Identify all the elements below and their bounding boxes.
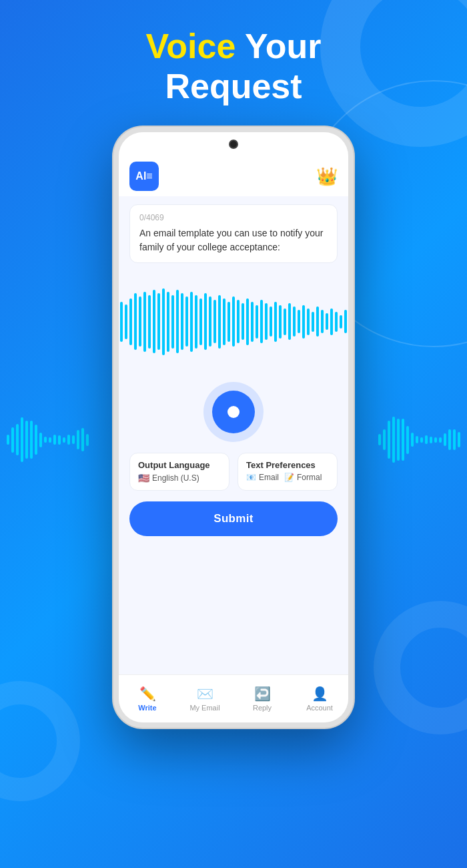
waveform-bar xyxy=(171,295,174,349)
waveform-bar xyxy=(265,303,268,340)
side-waveform-bar xyxy=(453,429,456,450)
nav-account[interactable]: 👤 Account xyxy=(291,675,348,722)
output-language-box[interactable]: Output Language 🇺🇸 English (U.S) xyxy=(129,453,229,491)
waveform-bar xyxy=(176,290,179,353)
waveform-area xyxy=(119,268,348,375)
side-waveform-bar xyxy=(406,426,409,454)
waveform-bar xyxy=(321,310,324,333)
waveform-bar xyxy=(223,298,225,345)
waveform-bar xyxy=(307,308,310,335)
waveform-bar xyxy=(199,298,202,345)
side-waveform-bar xyxy=(388,421,390,459)
camera-notch xyxy=(229,140,238,149)
waveform-bar xyxy=(227,302,230,342)
page-header: Voice YourRequest xyxy=(0,0,467,120)
side-waveform-bar xyxy=(49,437,51,443)
mic-button[interactable] xyxy=(212,391,255,433)
waveform-bar xyxy=(204,293,207,350)
side-waveform-bar xyxy=(416,436,418,443)
side-waveform-bar xyxy=(58,435,61,445)
output-language-value: 🇺🇸 English (U.S) xyxy=(138,473,221,483)
waveform-bar xyxy=(148,295,151,349)
page-title: Voice YourRequest xyxy=(0,27,467,107)
waveform-bar xyxy=(326,313,328,330)
waveform-bar xyxy=(279,305,282,339)
waveform-bar xyxy=(185,296,188,347)
side-waveform-bar xyxy=(11,427,14,453)
waveform-bar xyxy=(344,310,347,333)
waveform-bar xyxy=(167,292,169,352)
side-waveform-bar xyxy=(383,429,386,451)
app-content: 0/4069 An email template you can use to … xyxy=(119,196,348,674)
waveform-bar xyxy=(125,304,127,339)
waveform-bar xyxy=(302,305,305,339)
side-waveform-bar xyxy=(44,437,47,443)
email-icon: 📧 xyxy=(246,473,256,482)
submit-button[interactable]: Submit xyxy=(129,501,338,536)
side-waveform-bar xyxy=(81,428,84,451)
text-type: Email xyxy=(259,473,279,482)
side-waveform-bar xyxy=(53,435,56,445)
waveform-bar xyxy=(293,306,296,337)
prompt-text: An email template you can use to notify … xyxy=(139,226,328,254)
waveform-bar xyxy=(270,306,272,337)
waveform-bar xyxy=(335,312,338,332)
side-waveform-bar xyxy=(67,435,70,445)
phone-top-bar xyxy=(119,132,348,156)
text-preferences-label: Text Preferences xyxy=(246,460,329,470)
text-preferences-box[interactable]: Text Preferences 📧 Email 📝 Formal xyxy=(238,453,338,491)
nav-my-email[interactable]: ✉️ My Email xyxy=(176,675,234,722)
side-waveform-bar xyxy=(439,437,442,443)
side-waveform-bar xyxy=(39,433,42,447)
side-waveform-bar xyxy=(458,432,460,447)
phone-body: AI≡ 👑 0/4069 An email template you can u… xyxy=(113,127,354,728)
write-icon: ✏️ xyxy=(139,686,156,702)
waveform-bar xyxy=(153,290,155,353)
side-waveform-bar xyxy=(86,434,89,446)
language-text: English (U.S) xyxy=(152,473,199,483)
side-waveform-bar xyxy=(430,437,432,443)
voice-highlight: Voice xyxy=(146,27,236,65)
waveform-bar xyxy=(256,305,258,339)
waveform-bar xyxy=(288,303,291,340)
output-language-label: Output Language xyxy=(138,460,221,470)
mic-outer-ring xyxy=(203,382,264,442)
waveform-bar xyxy=(260,300,263,343)
side-waveform-bar xyxy=(35,425,37,455)
waveform-bar xyxy=(190,292,193,352)
side-waveform-bar xyxy=(72,435,75,444)
mic-dot xyxy=(227,406,240,418)
app-logo: AI≡ xyxy=(129,162,159,191)
waveform-bar xyxy=(120,302,123,342)
waveform-bar xyxy=(134,293,137,350)
side-waveform-bar xyxy=(411,433,414,447)
waveform-bar xyxy=(237,300,240,343)
waveform-bar xyxy=(209,296,211,347)
waveform-bar xyxy=(218,295,221,349)
waveform-bar xyxy=(340,315,342,329)
char-count: 0/4069 xyxy=(139,213,328,222)
waveform-bar xyxy=(162,288,165,355)
side-waveform-bar xyxy=(448,429,451,450)
my-email-label: My Email xyxy=(189,704,219,712)
waveform-bars xyxy=(119,282,348,362)
nav-write[interactable]: ✏️ Write xyxy=(119,675,176,722)
side-waveform-bar xyxy=(7,435,9,445)
waveform-bar xyxy=(195,295,197,349)
crown-icon[interactable]: 👑 xyxy=(316,166,338,187)
account-label: Account xyxy=(306,704,333,712)
waveform-bar xyxy=(143,292,146,352)
waveform-bar xyxy=(312,312,314,332)
side-waveform-bar xyxy=(444,433,446,446)
waveform-bar xyxy=(181,293,183,350)
side-waveform-bar xyxy=(425,435,428,444)
logo-text: AI≡ xyxy=(135,170,152,182)
waveform-bar xyxy=(251,302,254,342)
formal-icon: 📝 xyxy=(284,473,294,482)
prompt-box: 0/4069 An email template you can use to … xyxy=(129,204,338,263)
reply-label: Reply xyxy=(253,704,272,712)
submit-area: Submit xyxy=(119,501,348,547)
waveform-bar xyxy=(298,310,300,333)
flag-icon: 🇺🇸 xyxy=(138,473,149,483)
nav-reply[interactable]: ↩️ Reply xyxy=(234,675,291,722)
